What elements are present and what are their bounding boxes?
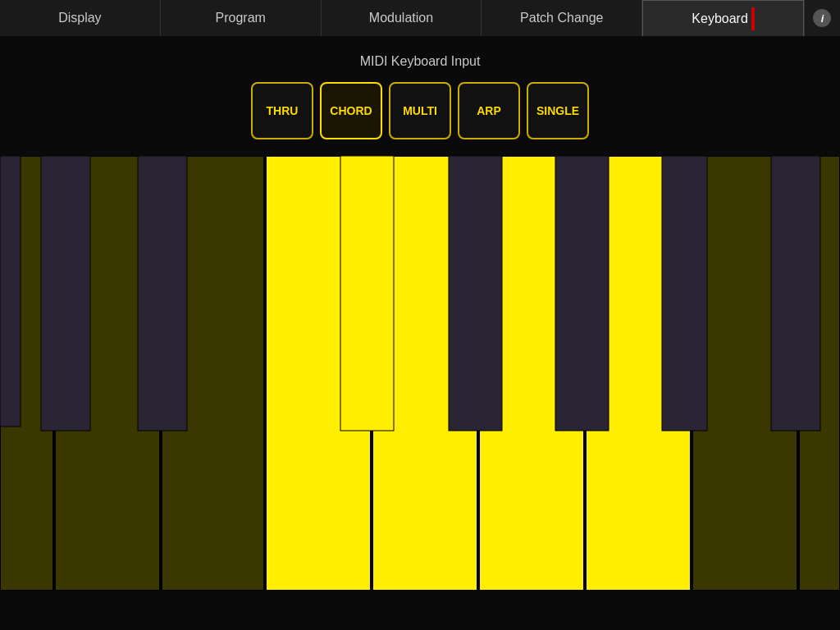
black-key-as[interactable] [555, 156, 609, 431]
tab-program[interactable]: Program [161, 0, 322, 36]
black-key-b-partial[interactable] [662, 156, 707, 431]
black-key-fs-on[interactable] [340, 156, 394, 431]
info-button[interactable]: i [804, 0, 840, 36]
piano-svg[interactable] [0, 156, 840, 591]
black-key-ds[interactable] [138, 156, 187, 431]
tab-display[interactable]: Display [0, 0, 161, 36]
navigation-bar: Display Program Modulation Patch Change … [0, 0, 840, 36]
main-content: MIDI Keyboard Input THRU CHORD MULTI ARP… [0, 36, 840, 630]
mode-arp[interactable]: ARP [458, 82, 520, 139]
tab-keyboard[interactable]: Keyboard [642, 0, 804, 36]
mode-buttons: THRU CHORD MULTI ARP SINGLE [251, 82, 589, 139]
keyboard-tab-accent [751, 7, 755, 30]
piano-keyboard[interactable] [0, 156, 840, 630]
black-key-partial-left [0, 156, 21, 427]
mode-chord[interactable]: CHORD [320, 82, 382, 139]
tab-patch-change[interactable]: Patch Change [482, 0, 642, 36]
black-key-cs[interactable] [41, 156, 90, 431]
mode-multi[interactable]: MULTI [389, 82, 451, 139]
info-icon: i [813, 9, 831, 27]
mode-single[interactable]: SINGLE [527, 82, 589, 139]
midi-label: MIDI Keyboard Input [360, 54, 481, 69]
black-key-cs-high[interactable] [771, 156, 820, 431]
tab-modulation[interactable]: Modulation [322, 0, 482, 36]
piano [0, 156, 840, 630]
mode-thru[interactable]: THRU [251, 82, 313, 139]
black-key-gs[interactable] [449, 156, 502, 431]
